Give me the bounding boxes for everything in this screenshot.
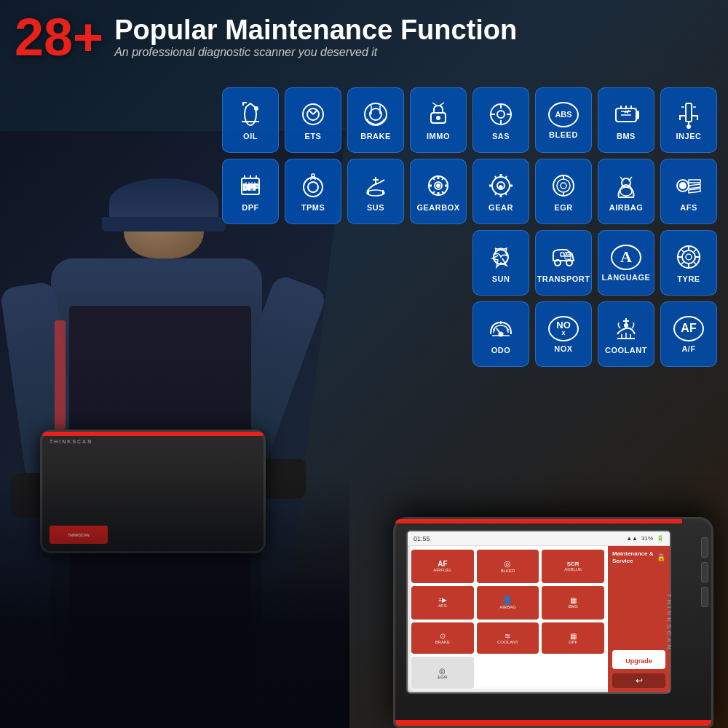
main-title: Popular Maintenance Function bbox=[114, 15, 517, 46]
feature-coolant: COOLANT bbox=[598, 301, 654, 367]
feature-ets: ETS bbox=[285, 87, 341, 153]
svg-point-29 bbox=[620, 187, 632, 196]
side-btn-2[interactable] bbox=[701, 562, 708, 582]
sidebar-header: Maintenance & Service 🔒 bbox=[612, 550, 665, 564]
device-bottom-stripe bbox=[395, 720, 711, 726]
feature-dpf: DPF DPF bbox=[222, 159, 279, 224]
feature-egr: EGR bbox=[535, 159, 592, 224]
bms-label: BMS bbox=[617, 132, 636, 141]
icons-row-3: SUN TRANSPORT A LANGUAGE bbox=[222, 230, 717, 296]
screen-indicators: ▲▲ 31% 🔋 bbox=[626, 535, 664, 542]
device-sticker: THINKSCAN bbox=[50, 526, 108, 544]
feature-af: AF A/F bbox=[660, 301, 717, 367]
side-btn-3[interactable] bbox=[701, 587, 708, 607]
af-label: A/F bbox=[681, 344, 695, 353]
screen-tile-brake[interactable]: ⊙ BRAKE bbox=[411, 622, 474, 654]
ets-label: ETS bbox=[305, 132, 322, 141]
mechanic-cap-brim bbox=[102, 217, 226, 232]
feature-airbag: AIRBAG bbox=[598, 159, 654, 224]
feature-tpms: TPMS bbox=[285, 159, 341, 224]
injec-label: INJEC bbox=[676, 132, 702, 141]
svg-point-21 bbox=[437, 184, 440, 187]
feature-sun: SUN bbox=[472, 230, 529, 296]
feature-bms: BMS bbox=[598, 87, 654, 153]
upgrade-button[interactable]: Upgrade bbox=[612, 650, 665, 669]
feature-afs: AFS bbox=[660, 159, 717, 224]
svg-point-26 bbox=[557, 179, 570, 192]
upgrade-label: Upgrade bbox=[625, 657, 652, 665]
feature-gearbox: GEARBOX bbox=[410, 159, 467, 224]
svg-point-0 bbox=[254, 106, 258, 111]
svg-point-39 bbox=[686, 254, 692, 260]
header: 28+ Popular Maintenance Function An prof… bbox=[15, 11, 713, 63]
gearbox-label: GEARBOX bbox=[416, 203, 459, 212]
svg-point-6 bbox=[437, 116, 440, 119]
screen-tile-af[interactable]: AF AIRFUEL bbox=[411, 550, 474, 583]
feature-odo: ODO bbox=[472, 301, 529, 367]
device-brand-label: THINKSCAN bbox=[50, 439, 92, 444]
tpms-label: TPMS bbox=[301, 203, 325, 212]
svg-rect-10 bbox=[636, 111, 638, 119]
device-screen[interactable]: 01:55 ▲▲ 31% 🔋 AF AIRFUEL bbox=[406, 530, 671, 694]
svg-point-38 bbox=[682, 250, 695, 264]
feature-transport: TRANSPORT bbox=[535, 230, 592, 296]
screen-battery: 31% bbox=[641, 535, 653, 542]
sidebar-title: Maintenance & Service bbox=[612, 550, 657, 564]
main-device: 01:55 ▲▲ 31% 🔋 AF AIRFUEL bbox=[379, 495, 713, 728]
subtitle: An professional diagnostic scanner you d… bbox=[114, 46, 517, 59]
bleed-label: BLEED bbox=[549, 130, 578, 139]
svg-rect-35 bbox=[561, 253, 564, 256]
tyre-label: TYRE bbox=[677, 274, 700, 283]
feature-immo: IMMO bbox=[410, 87, 467, 153]
screen-tile-bms[interactable]: ▦ BMS bbox=[542, 586, 604, 620]
screen-tile-adblue[interactable]: SCR ADBLUE bbox=[542, 550, 604, 583]
held-device: THINKSCAN THINKSCAN bbox=[40, 430, 266, 553]
safety-stripe-left bbox=[55, 320, 66, 430]
icons-row-2: DPF DPF TPMS SUS bbox=[222, 159, 717, 224]
back-button[interactable]: ↩ bbox=[612, 673, 665, 688]
svg-point-3 bbox=[365, 103, 387, 125]
screen-sidebar: Maintenance & Service 🔒 Upgrade ↩ bbox=[608, 546, 670, 692]
brake-label: BRAKE bbox=[360, 132, 391, 141]
coolant-label: COOLANT bbox=[605, 346, 647, 355]
feature-language: A LANGUAGE bbox=[598, 230, 654, 296]
device-brand-vertical: THINKSCAN bbox=[665, 593, 673, 652]
svg-point-41 bbox=[625, 324, 628, 327]
svg-rect-11 bbox=[686, 103, 692, 122]
screen-statusbar: 01:55 ▲▲ 31% 🔋 bbox=[408, 531, 670, 546]
afs-label: AFS bbox=[680, 203, 697, 212]
side-buttons bbox=[701, 537, 711, 607]
sidebar-spacer bbox=[612, 569, 665, 646]
svg-point-12 bbox=[687, 125, 690, 128]
gear-label: GEAR bbox=[488, 203, 513, 212]
svg-text:DPF: DPF bbox=[243, 183, 258, 191]
transport-label: TRANSPORT bbox=[537, 274, 590, 283]
feature-tyre: TYRE bbox=[660, 230, 717, 296]
side-btn-1[interactable] bbox=[701, 537, 708, 558]
screen-tile-dpf[interactable]: ▦ DPF bbox=[542, 622, 604, 654]
feature-oil: OIL bbox=[222, 87, 279, 153]
screen-tile-egr[interactable]: ◎ EGR bbox=[411, 657, 474, 689]
svg-point-8 bbox=[497, 111, 505, 118]
screen-wifi: ▲▲ bbox=[626, 535, 638, 542]
dpf-label: DPF bbox=[242, 203, 259, 212]
svg-point-16 bbox=[308, 182, 318, 192]
screen-tile-airbag[interactable]: 👤 AIRBAG bbox=[477, 586, 539, 620]
icons-row-4: ODO NO x NOx COOLANT bbox=[222, 301, 717, 367]
sun-label: SUN bbox=[492, 274, 510, 283]
sas-label: SAS bbox=[492, 132, 510, 141]
device-top-stripe bbox=[395, 519, 682, 523]
icons-row-1: OIL ETS BRAKE bbox=[222, 87, 717, 153]
svg-rect-36 bbox=[565, 255, 571, 259]
feature-nox: NO x NOx bbox=[535, 301, 592, 367]
feature-gear: ● GEAR bbox=[472, 159, 529, 224]
feature-count: 28+ bbox=[15, 11, 103, 63]
screen-tile-coolant[interactable]: ≋ COOLANT bbox=[477, 622, 539, 654]
screen-tile-afs[interactable]: ≡▶ AFS bbox=[411, 586, 474, 620]
feature-sus: SUS bbox=[347, 159, 404, 224]
feature-bleed: ABS BLEED bbox=[535, 87, 592, 153]
screen-tile-bleed[interactable]: ◎ BLEED bbox=[477, 550, 539, 583]
odo-label: ODO bbox=[491, 346, 511, 355]
svg-point-15 bbox=[304, 178, 323, 197]
airbag-label: AIRBAG bbox=[609, 203, 643, 212]
